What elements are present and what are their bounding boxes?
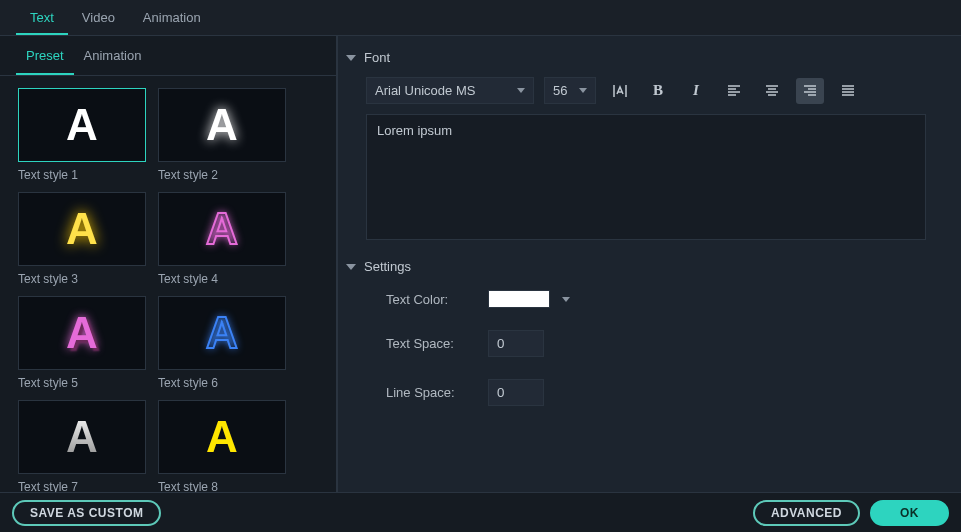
preset-glyph: A [206,412,238,462]
chevron-down-icon [517,88,525,93]
save-as-custom-button[interactable]: SAVE AS CUSTOM [12,500,161,526]
font-size-select[interactable]: 56 [544,77,596,104]
text-space-label: Text Space: [386,336,466,351]
bold-icon: B [653,82,663,99]
disclosure-triangle-icon [346,55,356,61]
line-space-input[interactable] [488,379,544,406]
font-section-header[interactable]: Font [346,44,947,71]
preset-text-style-5[interactable]: A Text style 5 [18,296,146,390]
preset-glyph: A [206,204,238,254]
preset-label: Text style 8 [158,480,286,492]
preset-text-style-6[interactable]: A Text style 6 [158,296,286,390]
text-color-swatch[interactable] [488,290,550,308]
preset-label: Text style 6 [158,376,286,390]
preset-grid[interactable]: A Text style 1 A Text style 2 A Text sty… [0,76,336,492]
preset-glyph: A [66,204,98,254]
tab-text[interactable]: Text [16,0,68,35]
italic-button[interactable]: I [682,78,710,104]
line-space-label: Line Space: [386,385,466,400]
settings-section-title: Settings [364,259,411,274]
preset-glyph: A [66,412,98,462]
align-center-button[interactable] [758,78,786,104]
tab-animation[interactable]: Animation [129,0,215,35]
preset-label: Text style 7 [18,480,146,492]
font-section-title: Font [364,50,390,65]
settings-section-header[interactable]: Settings [346,253,947,280]
preset-label: Text style 5 [18,376,146,390]
preset-label: Text style 3 [18,272,146,286]
subtab-preset[interactable]: Preset [16,36,74,75]
right-panel: Font Arial Unicode MS 56 B I [338,36,961,492]
text-content-input[interactable] [366,114,926,240]
align-right-icon [802,83,818,99]
preset-label: Text style 2 [158,168,286,182]
chevron-down-icon[interactable] [562,297,570,302]
bold-button[interactable]: B [644,78,672,104]
font-size-value: 56 [553,83,567,98]
font-family-select[interactable]: Arial Unicode MS [366,77,534,104]
preset-glyph: A [206,308,238,358]
advanced-button[interactable]: ADVANCED [753,500,860,526]
preset-text-style-1[interactable]: A Text style 1 [18,88,146,182]
disclosure-triangle-icon [346,264,356,270]
chevron-down-icon [579,88,587,93]
preset-text-style-4[interactable]: A Text style 4 [158,192,286,286]
align-right-button[interactable] [796,78,824,104]
font-family-value: Arial Unicode MS [375,83,475,98]
preset-text-style-2[interactable]: A Text style 2 [158,88,286,182]
subtab-animation[interactable]: Animation [74,36,152,75]
align-left-icon [726,83,742,99]
text-color-label: Text Color: [386,292,466,307]
preset-glyph: A [66,308,98,358]
sub-tabs: Preset Animation [0,36,336,76]
italic-icon: I [693,82,699,99]
top-tabs: Text Video Animation [0,0,961,36]
preset-label: Text style 4 [158,272,286,286]
tab-video[interactable]: Video [68,0,129,35]
preset-text-style-3[interactable]: A Text style 3 [18,192,146,286]
align-justify-button[interactable] [834,78,862,104]
left-panel: Preset Animation A Text style 1 A Text s… [0,36,338,492]
align-justify-icon [840,83,856,99]
preset-text-style-7[interactable]: A Text style 7 [18,400,146,492]
ok-button[interactable]: OK [870,500,949,526]
preset-glyph: A [206,100,238,150]
footer-bar: SAVE AS CUSTOM ADVANCED OK [0,492,961,532]
preset-glyph: A [66,100,98,150]
character-spacing-button[interactable] [606,78,634,104]
align-center-icon [764,83,780,99]
align-left-button[interactable] [720,78,748,104]
character-spacing-icon [612,83,628,99]
preset-label: Text style 1 [18,168,146,182]
text-space-input[interactable] [488,330,544,357]
preset-text-style-8[interactable]: A Text style 8 [158,400,286,492]
